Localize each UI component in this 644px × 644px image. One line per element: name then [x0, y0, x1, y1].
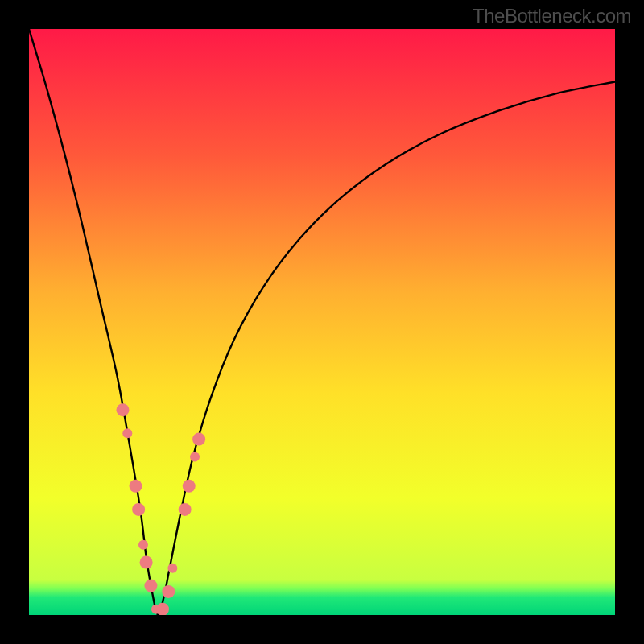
- data-point: [129, 480, 142, 493]
- gradient-background: [29, 29, 615, 615]
- data-point: [179, 503, 192, 516]
- data-point: [156, 603, 169, 615]
- watermark-text: TheBottleneck.com: [473, 5, 631, 27]
- bottleneck-curve-svg: [29, 29, 615, 615]
- chart-frame: TheBottleneck.com: [0, 0, 644, 644]
- data-point: [167, 564, 177, 573]
- data-point: [162, 585, 175, 598]
- data-point: [183, 480, 196, 493]
- data-point: [140, 555, 153, 568]
- data-point: [138, 540, 148, 550]
- data-point: [122, 428, 132, 438]
- data-point: [132, 503, 145, 516]
- plot-area: [29, 29, 615, 615]
- data-point: [190, 452, 200, 461]
- data-point: [144, 580, 157, 592]
- data-point: [192, 433, 205, 446]
- data-point: [116, 403, 129, 416]
